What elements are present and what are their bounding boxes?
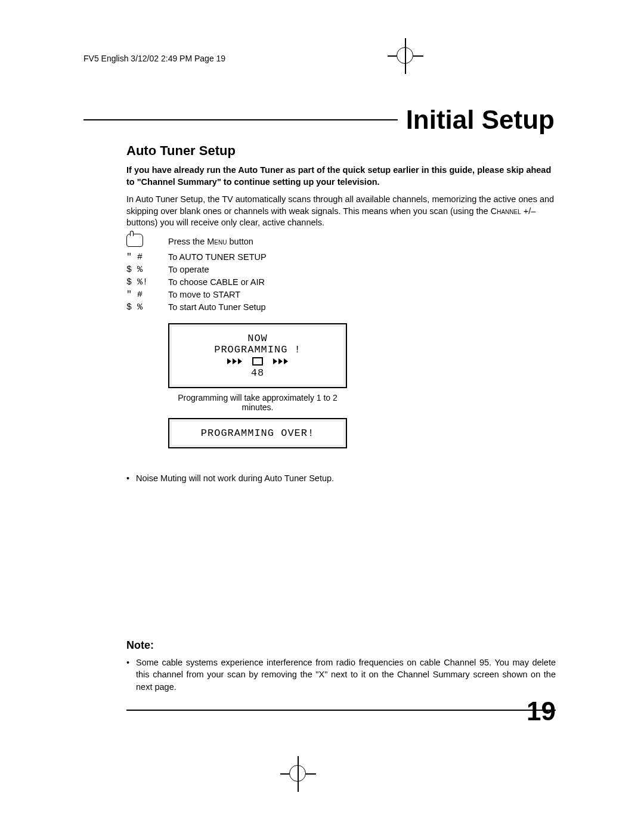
page-number: 19: [527, 696, 556, 726]
step-glyph: " #: [126, 290, 168, 300]
step-row: " # To AUTO TUNER SETUP: [126, 252, 556, 262]
page-body: FV5 English 3/12/02 2:49 PM Page 19 Init…: [83, 54, 561, 711]
triangle-icon: [278, 358, 283, 364]
bullet-dot: •: [126, 657, 136, 693]
note-text: Some cable systems experience interferen…: [136, 657, 556, 693]
step-text: To choose CABLE or AIR: [168, 277, 556, 287]
step-glyph: " #: [126, 252, 168, 262]
step-text: To move to START: [168, 290, 556, 299]
programming-caption: Programming will take approximately 1 to…: [168, 393, 347, 412]
triangle-icon: [273, 358, 277, 364]
step-row: $ % To start Auto Tuner Setup: [126, 302, 556, 312]
intro-body-a: In Auto Tuner Setup, the TV automaticall…: [126, 194, 554, 216]
triangle-icon: [227, 358, 231, 364]
step-text: To start Auto Tuner Setup: [168, 302, 556, 312]
osd-programming-over: PROGRAMMING OVER!: [168, 418, 347, 448]
triangle-icon: [238, 358, 242, 364]
note-bullet: • Some cable systems experience interfer…: [126, 657, 556, 693]
step-glyph: $ %: [126, 265, 168, 275]
title-rule-left: [83, 119, 118, 120]
note-heading: Note:: [126, 639, 556, 652]
osd-channel-number: 48: [175, 367, 340, 379]
step-row: " # To move to START: [126, 290, 556, 300]
osd-now-programming: NOW PROGRAMMING ! 48: [168, 323, 347, 388]
section-heading: Auto Tuner Setup: [126, 143, 556, 159]
title-row: Initial Setup: [83, 105, 561, 135]
osd2-text: PROGRAMMING OVER!: [201, 428, 314, 439]
step-glyph: $ %!: [126, 277, 168, 287]
step-row: $ %! To choose CABLE or AIR: [126, 277, 556, 287]
triangle-icon: [233, 358, 237, 364]
bullet-dot: •: [126, 472, 136, 484]
step-row: $ % To operate: [126, 265, 556, 275]
content-column: Auto Tuner Setup If you have already run…: [126, 143, 556, 711]
title-rule-right: [118, 119, 398, 120]
print-slug: FV5 English 3/12/02 2:49 PM Page 19: [83, 54, 561, 63]
osd-line2: PROGRAMMING !: [175, 344, 340, 355]
footer-rule: [126, 710, 556, 711]
triangle-icon: [284, 358, 288, 364]
intro-body: In Auto Tuner Setup, the TV automaticall…: [126, 194, 556, 229]
progress-icons: [175, 355, 340, 367]
intro-bold: If you have already run the Auto Tuner a…: [126, 165, 556, 188]
step-row: Press the Menu button: [126, 234, 556, 250]
page-title: Initial Setup: [406, 105, 555, 135]
bullet-item: • Noise Muting will not work during Auto…: [126, 472, 556, 484]
hand-press-icon: [126, 234, 168, 250]
step-text: To AUTO TUNER SETUP: [168, 252, 556, 262]
step-glyph: $ %: [126, 302, 168, 312]
step-list: Press the Menu button " # To AUTO TUNER …: [126, 234, 556, 312]
tv-icon: [252, 357, 263, 366]
step-text: Press the Menu button: [168, 237, 556, 246]
step-text: To operate: [168, 265, 556, 274]
intro-smallcaps-channel: Channel: [491, 206, 521, 216]
bullet-text: Noise Muting will not work during Auto T…: [136, 472, 556, 484]
osd-line1: NOW: [175, 333, 340, 344]
